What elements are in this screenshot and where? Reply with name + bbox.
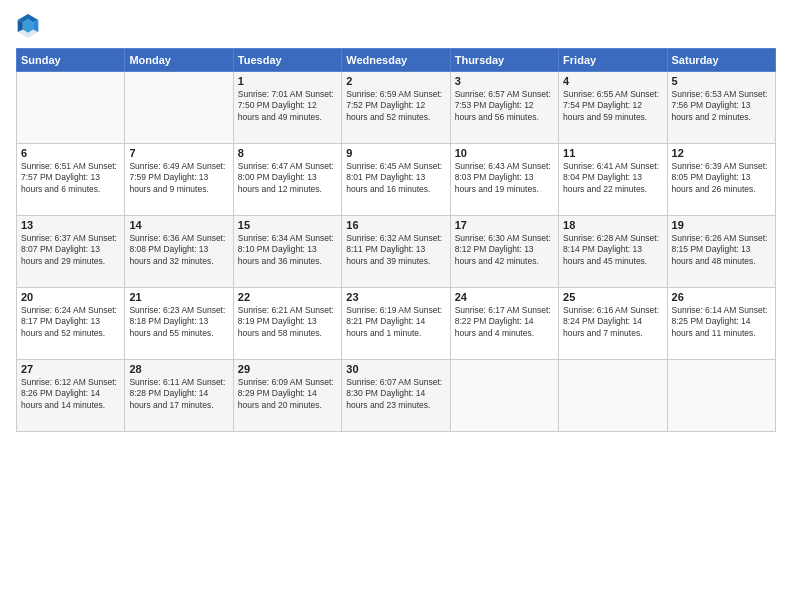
day-number: 15 xyxy=(238,219,337,231)
col-header-thursday: Thursday xyxy=(450,49,558,72)
col-header-sunday: Sunday xyxy=(17,49,125,72)
calendar-header-row: SundayMondayTuesdayWednesdayThursdayFrid… xyxy=(17,49,776,72)
calendar-cell: 17Sunrise: 6:30 AM Sunset: 8:12 PM Dayli… xyxy=(450,216,558,288)
calendar-cell: 10Sunrise: 6:43 AM Sunset: 8:03 PM Dayli… xyxy=(450,144,558,216)
calendar-cell: 18Sunrise: 6:28 AM Sunset: 8:14 PM Dayli… xyxy=(559,216,667,288)
day-number: 21 xyxy=(129,291,228,303)
col-header-friday: Friday xyxy=(559,49,667,72)
day-number: 14 xyxy=(129,219,228,231)
calendar-cell: 5Sunrise: 6:53 AM Sunset: 7:56 PM Daylig… xyxy=(667,72,775,144)
calendar-week-4: 20Sunrise: 6:24 AM Sunset: 8:17 PM Dayli… xyxy=(17,288,776,360)
day-number: 11 xyxy=(563,147,662,159)
day-info: Sunrise: 6:41 AM Sunset: 8:04 PM Dayligh… xyxy=(563,161,662,195)
day-info: Sunrise: 6:21 AM Sunset: 8:19 PM Dayligh… xyxy=(238,305,337,339)
calendar-cell: 14Sunrise: 6:36 AM Sunset: 8:08 PM Dayli… xyxy=(125,216,233,288)
day-info: Sunrise: 6:57 AM Sunset: 7:53 PM Dayligh… xyxy=(455,89,554,123)
calendar-table: SundayMondayTuesdayWednesdayThursdayFrid… xyxy=(16,48,776,432)
col-header-monday: Monday xyxy=(125,49,233,72)
day-number: 26 xyxy=(672,291,771,303)
day-info: Sunrise: 6:36 AM Sunset: 8:08 PM Dayligh… xyxy=(129,233,228,267)
day-info: Sunrise: 6:26 AM Sunset: 8:15 PM Dayligh… xyxy=(672,233,771,267)
day-info: Sunrise: 6:37 AM Sunset: 8:07 PM Dayligh… xyxy=(21,233,120,267)
day-number: 25 xyxy=(563,291,662,303)
col-header-wednesday: Wednesday xyxy=(342,49,450,72)
day-number: 18 xyxy=(563,219,662,231)
day-info: Sunrise: 6:34 AM Sunset: 8:10 PM Dayligh… xyxy=(238,233,337,267)
calendar-week-2: 6Sunrise: 6:51 AM Sunset: 7:57 PM Daylig… xyxy=(17,144,776,216)
calendar-cell xyxy=(17,72,125,144)
calendar-cell: 21Sunrise: 6:23 AM Sunset: 8:18 PM Dayli… xyxy=(125,288,233,360)
day-number: 30 xyxy=(346,363,445,375)
day-number: 28 xyxy=(129,363,228,375)
calendar-cell: 20Sunrise: 6:24 AM Sunset: 8:17 PM Dayli… xyxy=(17,288,125,360)
calendar-cell xyxy=(450,360,558,432)
day-info: Sunrise: 6:19 AM Sunset: 8:21 PM Dayligh… xyxy=(346,305,445,339)
col-header-tuesday: Tuesday xyxy=(233,49,341,72)
day-info: Sunrise: 6:53 AM Sunset: 7:56 PM Dayligh… xyxy=(672,89,771,123)
day-number: 9 xyxy=(346,147,445,159)
day-info: Sunrise: 6:17 AM Sunset: 8:22 PM Dayligh… xyxy=(455,305,554,339)
day-info: Sunrise: 6:45 AM Sunset: 8:01 PM Dayligh… xyxy=(346,161,445,195)
calendar-cell: 16Sunrise: 6:32 AM Sunset: 8:11 PM Dayli… xyxy=(342,216,450,288)
logo xyxy=(16,12,44,40)
header xyxy=(16,12,776,40)
calendar-cell: 15Sunrise: 6:34 AM Sunset: 8:10 PM Dayli… xyxy=(233,216,341,288)
calendar-cell: 25Sunrise: 6:16 AM Sunset: 8:24 PM Dayli… xyxy=(559,288,667,360)
day-number: 16 xyxy=(346,219,445,231)
calendar-cell: 26Sunrise: 6:14 AM Sunset: 8:25 PM Dayli… xyxy=(667,288,775,360)
day-number: 2 xyxy=(346,75,445,87)
calendar-cell: 29Sunrise: 6:09 AM Sunset: 8:29 PM Dayli… xyxy=(233,360,341,432)
calendar-cell: 3Sunrise: 6:57 AM Sunset: 7:53 PM Daylig… xyxy=(450,72,558,144)
col-header-saturday: Saturday xyxy=(667,49,775,72)
day-number: 8 xyxy=(238,147,337,159)
day-number: 17 xyxy=(455,219,554,231)
calendar-cell: 9Sunrise: 6:45 AM Sunset: 8:01 PM Daylig… xyxy=(342,144,450,216)
day-info: Sunrise: 6:09 AM Sunset: 8:29 PM Dayligh… xyxy=(238,377,337,411)
calendar-cell: 13Sunrise: 6:37 AM Sunset: 8:07 PM Dayli… xyxy=(17,216,125,288)
day-info: Sunrise: 6:30 AM Sunset: 8:12 PM Dayligh… xyxy=(455,233,554,267)
day-number: 20 xyxy=(21,291,120,303)
logo-icon xyxy=(16,12,40,40)
day-number: 13 xyxy=(21,219,120,231)
day-info: Sunrise: 6:28 AM Sunset: 8:14 PM Dayligh… xyxy=(563,233,662,267)
calendar-cell: 8Sunrise: 6:47 AM Sunset: 8:00 PM Daylig… xyxy=(233,144,341,216)
day-info: Sunrise: 6:47 AM Sunset: 8:00 PM Dayligh… xyxy=(238,161,337,195)
day-number: 6 xyxy=(21,147,120,159)
day-number: 12 xyxy=(672,147,771,159)
day-number: 27 xyxy=(21,363,120,375)
calendar-week-1: 1Sunrise: 7:01 AM Sunset: 7:50 PM Daylig… xyxy=(17,72,776,144)
calendar-cell: 12Sunrise: 6:39 AM Sunset: 8:05 PM Dayli… xyxy=(667,144,775,216)
day-number: 23 xyxy=(346,291,445,303)
day-info: Sunrise: 6:39 AM Sunset: 8:05 PM Dayligh… xyxy=(672,161,771,195)
day-info: Sunrise: 6:07 AM Sunset: 8:30 PM Dayligh… xyxy=(346,377,445,411)
day-info: Sunrise: 6:11 AM Sunset: 8:28 PM Dayligh… xyxy=(129,377,228,411)
calendar-cell xyxy=(667,360,775,432)
day-info: Sunrise: 6:49 AM Sunset: 7:59 PM Dayligh… xyxy=(129,161,228,195)
calendar-cell: 19Sunrise: 6:26 AM Sunset: 8:15 PM Dayli… xyxy=(667,216,775,288)
calendar-cell: 2Sunrise: 6:59 AM Sunset: 7:52 PM Daylig… xyxy=(342,72,450,144)
calendar-cell: 7Sunrise: 6:49 AM Sunset: 7:59 PM Daylig… xyxy=(125,144,233,216)
day-info: Sunrise: 6:51 AM Sunset: 7:57 PM Dayligh… xyxy=(21,161,120,195)
calendar-cell xyxy=(559,360,667,432)
day-number: 3 xyxy=(455,75,554,87)
calendar-cell: 4Sunrise: 6:55 AM Sunset: 7:54 PM Daylig… xyxy=(559,72,667,144)
calendar-cell: 30Sunrise: 6:07 AM Sunset: 8:30 PM Dayli… xyxy=(342,360,450,432)
calendar-cell xyxy=(125,72,233,144)
day-number: 1 xyxy=(238,75,337,87)
day-info: Sunrise: 6:23 AM Sunset: 8:18 PM Dayligh… xyxy=(129,305,228,339)
day-number: 19 xyxy=(672,219,771,231)
calendar-week-3: 13Sunrise: 6:37 AM Sunset: 8:07 PM Dayli… xyxy=(17,216,776,288)
calendar-cell: 23Sunrise: 6:19 AM Sunset: 8:21 PM Dayli… xyxy=(342,288,450,360)
calendar-cell: 1Sunrise: 7:01 AM Sunset: 7:50 PM Daylig… xyxy=(233,72,341,144)
day-number: 7 xyxy=(129,147,228,159)
calendar-week-5: 27Sunrise: 6:12 AM Sunset: 8:26 PM Dayli… xyxy=(17,360,776,432)
day-info: Sunrise: 6:59 AM Sunset: 7:52 PM Dayligh… xyxy=(346,89,445,123)
day-info: Sunrise: 6:14 AM Sunset: 8:25 PM Dayligh… xyxy=(672,305,771,339)
day-info: Sunrise: 7:01 AM Sunset: 7:50 PM Dayligh… xyxy=(238,89,337,123)
calendar-cell: 6Sunrise: 6:51 AM Sunset: 7:57 PM Daylig… xyxy=(17,144,125,216)
day-info: Sunrise: 6:43 AM Sunset: 8:03 PM Dayligh… xyxy=(455,161,554,195)
day-info: Sunrise: 6:32 AM Sunset: 8:11 PM Dayligh… xyxy=(346,233,445,267)
page: SundayMondayTuesdayWednesdayThursdayFrid… xyxy=(0,0,792,612)
day-number: 4 xyxy=(563,75,662,87)
calendar-cell: 27Sunrise: 6:12 AM Sunset: 8:26 PM Dayli… xyxy=(17,360,125,432)
